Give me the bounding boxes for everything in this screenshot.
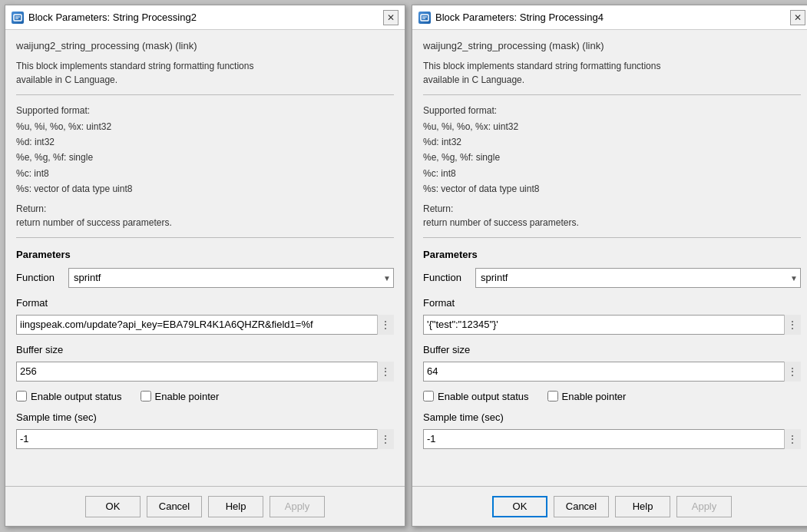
dialog2-enable-output-status-checkbox[interactable]: [423, 391, 434, 401]
dialog1-footer: OK Cancel Help Apply: [5, 486, 405, 526]
dialog1-close-button[interactable]: ✕: [383, 10, 399, 25]
dialog2-buffersize-input[interactable]: [423, 362, 801, 382]
dialog2-title: Block Parameters: String Processing4: [435, 12, 604, 23]
dialog1-checkbox-row: Enable output status Enable pointer: [16, 391, 394, 402]
dialog2-divider1: [423, 94, 801, 95]
dialog2-cancel-button[interactable]: Cancel: [554, 496, 609, 517]
dialog2-format-wrapper: ⋮: [423, 315, 801, 335]
dialog1-divider1: [16, 94, 394, 95]
dialog2-subtitle: waijung2_string_processing (mask) (link): [423, 39, 801, 53]
dialog2-enable-pointer-label[interactable]: Enable pointer: [562, 391, 627, 402]
dialog1-ok-button[interactable]: OK: [85, 496, 141, 517]
dialog1-enable-pointer: Enable pointer: [141, 391, 220, 402]
dialog1-function-row: Function sprintf ▼: [16, 268, 394, 288]
dialog2-icon: [418, 12, 431, 24]
dialog1-sampletime-wrapper: ⋮: [16, 429, 394, 449]
dialog1-function-dropdown-wrapper: sprintf ▼: [68, 268, 394, 288]
dialog1-cancel-button[interactable]: Cancel: [147, 496, 202, 517]
dialog2-divider2: [423, 237, 801, 238]
dialog2-return: Return: return number of success paramet…: [423, 202, 801, 230]
dialog2-buffersize-dots-button[interactable]: ⋮: [784, 362, 801, 382]
dialogs-container: Block Parameters: String Processing2 ✕ w…: [0, 0, 807, 531]
dialog2-body: waijung2_string_processing (mask) (link)…: [412, 30, 807, 486]
dialog1-parameters-label: Parameters: [16, 249, 394, 260]
dialog2-apply-button[interactable]: Apply: [676, 496, 732, 517]
dialog1-return: Return: return number of success paramet…: [16, 202, 394, 230]
dialog1-function-select[interactable]: sprintf: [68, 268, 394, 288]
dialog2-supported: Supported format: %u, %i, %o, %x: uint32…: [423, 103, 801, 197]
dialog2-format-label: Format: [423, 297, 801, 309]
dialog2-enable-output-status-label[interactable]: Enable output status: [438, 391, 529, 402]
svg-rect-0: [14, 15, 21, 21]
dialog2-footer: OK Cancel Help Apply: [412, 486, 807, 526]
dialog2-checkbox-row: Enable output status Enable pointer: [423, 391, 801, 402]
dialog2-close-button[interactable]: ✕: [790, 10, 805, 25]
dialog2-enable-pointer: Enable pointer: [547, 391, 627, 402]
dialog1-enable-output-status: Enable output status: [16, 391, 122, 402]
dialog1-enable-pointer-checkbox[interactable]: [141, 391, 151, 401]
dialog2-format-dots-button[interactable]: ⋮: [784, 315, 801, 335]
dialog1-desc1: This block implements standard string fo…: [16, 59, 394, 87]
dialog2-ok-button[interactable]: OK: [492, 496, 547, 517]
dialog1: Block Parameters: String Processing2 ✕ w…: [5, 5, 405, 527]
dialog1-buffersize-label: Buffer size: [16, 344, 394, 355]
dialog1-body: waijung2_string_processing (mask) (link)…: [5, 30, 405, 486]
dialog1-title: Block Parameters: String Processing2: [28, 12, 197, 23]
svg-rect-3: [421, 15, 428, 21]
dialog1-function-label: Function: [16, 272, 62, 283]
dialog1-titlebar: Block Parameters: String Processing2 ✕: [5, 5, 405, 30]
dialog1-buffersize-wrapper: ⋮: [16, 362, 394, 382]
dialog1-enable-output-status-label[interactable]: Enable output status: [31, 391, 122, 402]
dialog1-sampletime-label: Sample time (sec): [16, 411, 394, 423]
dialog1-sampletime-dots-button[interactable]: ⋮: [377, 429, 394, 449]
dialog2-titlebar: Block Parameters: String Processing4 ✕: [412, 5, 807, 30]
dialog1-sampletime-input[interactable]: [16, 429, 394, 449]
dialog1-format-input[interactable]: [16, 315, 394, 335]
dialog1-format-label: Format: [16, 297, 394, 309]
dialog2-function-dropdown-wrapper: sprintf ▼: [475, 268, 801, 288]
dialog1-supported: Supported format: %u, %i, %o, %x: uint32…: [16, 103, 394, 197]
dialog2-help-button[interactable]: Help: [615, 496, 670, 517]
dialog2-buffersize-wrapper: ⋮: [423, 362, 801, 382]
dialog2-buffersize-label: Buffer size: [423, 344, 801, 355]
dialog2-parameters-label: Parameters: [423, 249, 801, 260]
dialog2-sampletime-dots-button[interactable]: ⋮: [784, 429, 801, 449]
dialog1-title-left: Block Parameters: String Processing2: [12, 12, 197, 24]
dialog2-desc: This block implements standard string fo…: [423, 59, 801, 87]
dialog1-buffersize-dots-button[interactable]: ⋮: [377, 362, 394, 382]
dialog1-subtitle: waijung2_string_processing (mask) (link): [16, 39, 394, 53]
dialog1-format-wrapper: ⋮: [16, 315, 394, 335]
dialog2-enable-pointer-checkbox[interactable]: [547, 391, 558, 401]
dialog1-divider2: [16, 237, 394, 238]
dialog1-apply-button[interactable]: Apply: [270, 496, 325, 517]
dialog1-format-dots-button[interactable]: ⋮: [377, 315, 394, 335]
dialog2: Block Parameters: String Processing4 ✕ w…: [412, 5, 807, 527]
dialog1-help-button[interactable]: Help: [208, 496, 263, 517]
dialog1-enable-pointer-label[interactable]: Enable pointer: [155, 391, 220, 402]
dialog2-function-select[interactable]: sprintf: [475, 268, 801, 288]
dialog1-buffersize-input[interactable]: [16, 362, 394, 382]
dialog1-enable-output-status-checkbox[interactable]: [16, 391, 27, 401]
dialog2-sampletime-wrapper: ⋮: [423, 429, 801, 449]
dialog2-title-left: Block Parameters: String Processing4: [418, 12, 604, 24]
dialog2-sampletime-input[interactable]: [423, 429, 801, 449]
dialog1-icon: [12, 12, 24, 24]
dialog2-sampletime-label: Sample time (sec): [423, 411, 801, 423]
dialog2-enable-output-status: Enable output status: [423, 391, 529, 402]
dialog2-function-label: Function: [423, 272, 469, 283]
dialog2-function-row: Function sprintf ▼: [423, 268, 801, 288]
dialog2-format-input[interactable]: [423, 315, 801, 335]
